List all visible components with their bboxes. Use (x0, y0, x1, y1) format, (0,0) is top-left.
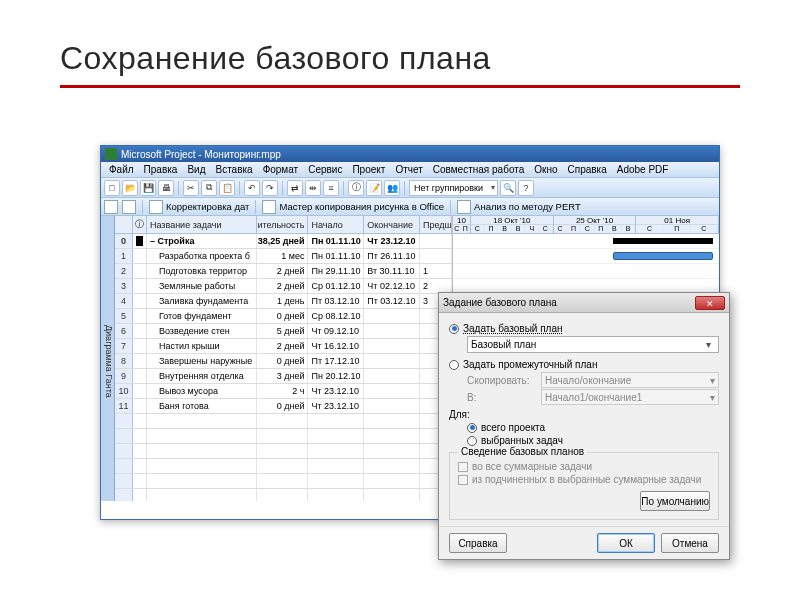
title-underline (60, 85, 740, 88)
tb-save-icon[interactable]: 💾 (140, 180, 156, 196)
radio-set-baseline[interactable]: Задать базовый план (449, 323, 719, 334)
menu-tools[interactable]: Сервис (304, 164, 346, 175)
menu-window[interactable]: Окно (530, 164, 561, 175)
close-button[interactable]: ✕ (695, 296, 725, 310)
tb-help-icon[interactable]: ? (518, 180, 534, 196)
table-row-empty[interactable] (115, 459, 452, 474)
task-bar-1[interactable] (613, 252, 713, 260)
menu-adobe[interactable]: Adobe PDF (613, 164, 673, 175)
table-row[interactable]: 5Готов фундамент0 днейСр 08.12.10 (115, 309, 452, 324)
toolbar-main: □ 📂 💾 🖶 ✂ ⧉ 📋 ↶ ↷ ⇄ ⇹ ≡ ⓘ 📝 👥 Нет группи… (101, 178, 719, 198)
menubar: Файл Правка Вид Вставка Формат Сервис Пр… (101, 162, 719, 178)
col-pred[interactable]: Предшественники (420, 216, 452, 233)
tb-new-icon[interactable]: □ (104, 180, 120, 196)
col-finish[interactable]: Окончание (364, 216, 420, 233)
table-row[interactable]: 8Завершены наружные0 днейПт 17.12.10 (115, 354, 452, 369)
table-row-empty[interactable] (115, 489, 452, 501)
tb-redo-icon[interactable]: ↷ (262, 180, 278, 196)
col-name[interactable]: Название задачи (147, 216, 257, 233)
app-titlebar: Microsoft Project - Мониторинг.mpp (101, 146, 719, 162)
dialog-titlebar: Задание базового плана ✕ (439, 293, 729, 313)
app-icon (105, 148, 117, 160)
col-duration[interactable]: Длительность (257, 216, 309, 233)
dialog-title: Задание базового плана (443, 297, 557, 308)
table-row[interactable]: 11Баня готова0 днейЧт 23.12.10 (115, 399, 452, 414)
table-row[interactable]: 9Внутренняя отделка3 днейПн 20.12.10 (115, 369, 452, 384)
tb-assign-icon[interactable]: 👥 (384, 180, 400, 196)
copy-label: Скопировать: (467, 375, 537, 386)
slide-title: Сохранение базового плана (60, 40, 740, 77)
pdf2-icon[interactable] (122, 200, 136, 214)
tb-zoom-icon[interactable]: 🔍 (500, 180, 516, 196)
toolbar-secondary: Корректировка дат Мастер копирования рис… (101, 198, 719, 216)
set-baseline-dialog: Задание базового плана ✕ Задать базовый … (438, 292, 730, 560)
gantt-timescale: 10СП 18 Окт '10СПВВЧС 25 Окт '10СПСПВВ 0… (453, 216, 719, 234)
menu-format[interactable]: Формат (259, 164, 303, 175)
help-button[interactable]: Справка (449, 533, 507, 553)
col-start[interactable]: Начало (308, 216, 364, 233)
tb-open-icon[interactable]: 📂 (122, 180, 138, 196)
rollup-group: Сведение базовых планов во все суммарные… (449, 452, 719, 520)
grid-header: ⓘ Название задачи Длительность Начало Ок… (115, 216, 452, 234)
task-grid: ⓘ Название задачи Длительность Начало Ок… (115, 216, 453, 501)
radio-icon (449, 324, 459, 334)
copy-select: Начало/окончание▾ (541, 372, 719, 388)
table-row[interactable]: 1Разработка проекта б1 месПн 01.11.10Пт … (115, 249, 452, 264)
table-row-empty[interactable] (115, 429, 452, 444)
radio-icon (467, 436, 477, 446)
tb-note-icon[interactable]: 📝 (366, 180, 382, 196)
table-row-empty[interactable] (115, 474, 452, 489)
table-row[interactable]: 4Заливка фундамента1 деньПт 03.12.10Пт 0… (115, 294, 452, 309)
for-label: Для: (449, 409, 719, 420)
tb-undo-icon[interactable]: ↶ (244, 180, 260, 196)
table-row-empty[interactable] (115, 444, 452, 459)
pert-analysis-button[interactable]: Анализ по методу PERT (457, 200, 581, 214)
menu-project[interactable]: Проект (348, 164, 389, 175)
menu-file[interactable]: Файл (105, 164, 138, 175)
checkbox-icon (458, 462, 468, 472)
tb-unlink-icon[interactable]: ⇹ (305, 180, 321, 196)
tb-info-icon[interactable]: ⓘ (348, 180, 364, 196)
into-label: В: (467, 392, 537, 403)
radio-icon (449, 360, 459, 370)
view-bar-gantt[interactable]: Диаграмма Ганта (101, 216, 115, 501)
copy-picture-button[interactable]: Мастер копирования рисунка в Office (262, 200, 444, 214)
radio-set-interim[interactable]: Задать промежуточный план (449, 359, 719, 370)
pdf-icon[interactable] (104, 200, 118, 214)
radio-icon (467, 423, 477, 433)
table-row-empty[interactable] (115, 414, 452, 429)
into-select: Начало1/окончание1▾ (541, 389, 719, 405)
checkbox-icon (458, 475, 468, 485)
table-row[interactable]: 7Настил крыши2 днейЧт 16.12.10 (115, 339, 452, 354)
baseline-select[interactable]: Базовый план▾ (467, 336, 719, 353)
menu-edit[interactable]: Правка (140, 164, 182, 175)
group-legend: Сведение базовых планов (458, 446, 587, 457)
cancel-button[interactable]: Отмена (661, 533, 719, 553)
table-row[interactable]: 3Земляные работы2 днейСр 01.12.10Чт 02.1… (115, 279, 452, 294)
col-indicator[interactable]: ⓘ (133, 216, 147, 233)
table-row[interactable]: 2Подготовка территор2 днейПн 29.11.10Вт … (115, 264, 452, 279)
table-row[interactable]: 10Вывоз мусора2 чЧт 23.12.10 (115, 384, 452, 399)
menu-insert[interactable]: Вставка (211, 164, 256, 175)
tb-cut-icon[interactable]: ✂ (183, 180, 199, 196)
menu-collab[interactable]: Совместная работа (429, 164, 529, 175)
menu-view[interactable]: Вид (183, 164, 209, 175)
default-button[interactable]: По умолчанию (640, 491, 710, 511)
summary-bar[interactable] (613, 238, 713, 244)
tb-paste-icon[interactable]: 📋 (219, 180, 235, 196)
tb-copy-icon[interactable]: ⧉ (201, 180, 217, 196)
table-row[interactable]: 0– Стройка38,25 днейПн 01.11.10Чт 23.12.… (115, 234, 452, 249)
ok-button[interactable]: ОК (597, 533, 655, 553)
adjust-dates-button[interactable]: Корректировка дат (149, 200, 249, 214)
tb-split-icon[interactable]: ≡ (323, 180, 339, 196)
radio-entire-project[interactable]: всего проекта (467, 422, 719, 433)
menu-report[interactable]: Отчет (391, 164, 426, 175)
tb-link-icon[interactable]: ⇄ (287, 180, 303, 196)
menu-help[interactable]: Справка (564, 164, 611, 175)
chk-from-subtasks: из подчиненных в выбранные суммарные зад… (458, 474, 710, 485)
table-row[interactable]: 6Возведение стен5 днейЧт 09.12.10 (115, 324, 452, 339)
chk-all-summary: во все суммарные задачи (458, 461, 710, 472)
grouping-select[interactable]: Нет группировки (409, 180, 498, 196)
tb-print-icon[interactable]: 🖶 (158, 180, 174, 196)
radio-selected-tasks[interactable]: выбранных задач (467, 435, 719, 446)
